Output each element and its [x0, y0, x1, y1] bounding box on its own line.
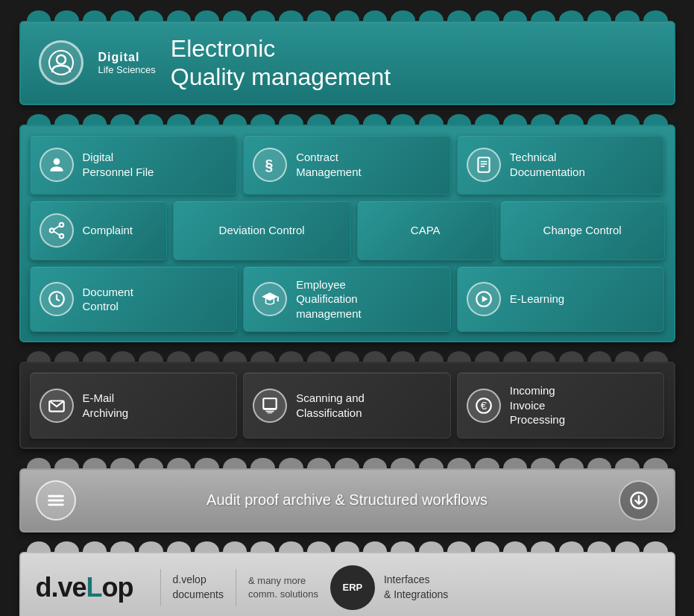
- row3: DocumentControl EmployeeQualificationman…: [30, 266, 665, 333]
- svg-line-15: [57, 299, 59, 301]
- dark-studs: [19, 348, 675, 362]
- module-label: IncomingInvoiceProcessing: [510, 383, 565, 427]
- divider2: [236, 569, 236, 606]
- euro-icon: €: [467, 389, 501, 423]
- module-complaint[interactable]: Complaint: [30, 201, 167, 260]
- lines-icon: [36, 480, 76, 521]
- graduation-icon: [253, 282, 287, 316]
- module-deviation-control[interactable]: Deviation Control: [173, 201, 351, 260]
- svg-text:€: €: [480, 399, 487, 412]
- dvelop-documents: d.velopdocuments: [173, 573, 224, 602]
- svg-line-11: [54, 225, 60, 229]
- module-employee-qualification[interactable]: EmployeeQualificationmanagement: [243, 266, 451, 333]
- header-studs: [19, 7, 675, 21]
- module-label: Change Control: [543, 223, 622, 238]
- archive-label: Audit proof archive & Structured workflo…: [88, 491, 607, 509]
- document-icon: [467, 148, 501, 182]
- row1: DigitalPersonnel File § ContractManageme…: [30, 135, 665, 195]
- dvelop-logo: d.veLop: [36, 572, 133, 603]
- svg-point-2: [53, 158, 60, 165]
- svg-point-9: [49, 228, 53, 232]
- row4: E-MailArchiving Scanning andClassificati…: [30, 372, 665, 439]
- module-elearning[interactable]: E-Learning: [457, 266, 665, 333]
- main-section: DigitalPersonnel File § ContractManageme…: [19, 125, 675, 343]
- module-invoice-processing[interactable]: € IncomingInvoiceProcessing: [457, 372, 665, 439]
- header-brick: Digital Life Sciences Electronic Quality…: [19, 21, 675, 105]
- header-line1: Electronic: [171, 34, 391, 63]
- logo-sub: Life Sciences: [98, 64, 156, 75]
- module-digital-personnel[interactable]: DigitalPersonnel File: [30, 135, 238, 195]
- svg-point-8: [59, 222, 63, 226]
- module-label: Complaint: [83, 223, 133, 238]
- dvelop-more-solutions: & many morecomm. solutions: [248, 574, 318, 601]
- logo-icon: [48, 49, 75, 76]
- dark-section: E-MailArchiving Scanning andClassificati…: [19, 362, 675, 449]
- erp-icon: ERP: [330, 565, 375, 610]
- svg-rect-21: [263, 398, 276, 409]
- module-label: CAPA: [411, 223, 441, 238]
- module-email-archiving[interactable]: E-MailArchiving: [30, 372, 238, 439]
- archive-section: Audit proof archive & Structured workflo…: [19, 468, 675, 532]
- svg-text:§: §: [265, 156, 274, 172]
- clock-doc-icon: [40, 282, 74, 316]
- module-label: EmployeeQualificationmanagement: [296, 277, 362, 321]
- dvelop-studs: [19, 538, 675, 552]
- module-document-control[interactable]: DocumentControl: [30, 266, 238, 333]
- erp-label: Interfaces& Integrations: [384, 573, 448, 602]
- archive-studs: [19, 455, 675, 468]
- logo-circle: [39, 40, 83, 85]
- svg-marker-16: [262, 292, 278, 301]
- module-label: DigitalPersonnel File: [83, 150, 154, 179]
- logo-brand: Digital: [98, 51, 156, 64]
- module-label: E-MailArchiving: [83, 391, 129, 420]
- share-icon: [40, 213, 74, 248]
- module-label: DocumentControl: [83, 285, 133, 314]
- svg-line-12: [54, 231, 60, 235]
- paragraph-icon: §: [253, 148, 287, 182]
- module-label: ContractManagement: [296, 150, 362, 179]
- menu-icon: [45, 490, 66, 511]
- module-label: E-Learning: [510, 292, 564, 307]
- svg-point-10: [59, 234, 63, 238]
- svg-point-0: [57, 55, 66, 64]
- logo-text: Digital Life Sciences: [98, 51, 156, 75]
- module-label: Deviation Control: [219, 223, 305, 238]
- row2: Complaint Deviation Control CAPA Change …: [30, 201, 665, 260]
- svg-rect-4: [478, 157, 489, 172]
- download-icon: [628, 490, 649, 511]
- module-label: Scanning andClassification: [296, 391, 365, 420]
- module-capa[interactable]: CAPA: [357, 201, 494, 260]
- header-title: Electronic Quality management: [171, 34, 391, 92]
- header-line2: Quality management: [171, 63, 391, 91]
- envelope-icon: [40, 389, 74, 423]
- module-technical-documentation[interactable]: TechnicalDocumentation: [457, 135, 665, 195]
- svg-marker-19: [482, 296, 488, 303]
- erp-group: ERP Interfaces& Integrations: [330, 565, 448, 610]
- diagram-container: Digital Life Sciences Electronic Quality…: [12, 0, 683, 616]
- module-change-control[interactable]: Change Control: [500, 201, 665, 260]
- module-label: TechnicalDocumentation: [510, 150, 585, 179]
- dvelop-section: d.veLop d.velopdocuments & many morecomm…: [19, 552, 675, 616]
- main-studs: [19, 111, 675, 125]
- module-scanning-classification[interactable]: Scanning andClassification: [243, 372, 451, 439]
- divider1: [160, 569, 161, 606]
- person-icon: [40, 148, 74, 182]
- module-contract-management[interactable]: § ContractManagement: [243, 135, 451, 195]
- play-globe-icon: [467, 282, 501, 316]
- arrow-down-circle-icon: [619, 480, 659, 521]
- scanner-icon: [253, 389, 287, 423]
